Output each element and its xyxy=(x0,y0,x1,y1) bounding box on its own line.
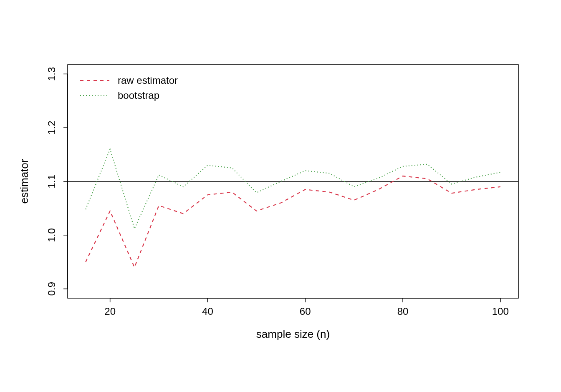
x-tick-label: 80 xyxy=(397,306,409,317)
series-raw-estimator xyxy=(86,176,500,267)
y-tick-label: 0.9 xyxy=(46,282,57,296)
chart-svg: 204060801000.91.01.11.21.3sample size (n… xyxy=(0,0,561,392)
y-tick-label: 1.3 xyxy=(46,67,57,81)
x-axis-title: sample size (n) xyxy=(256,328,330,340)
y-axis-title: estimator xyxy=(18,159,30,204)
legend-label-bootstrap: bootstrap xyxy=(118,90,159,101)
x-tick-label: 100 xyxy=(492,306,509,317)
x-tick-label: 60 xyxy=(300,306,311,317)
y-tick-label: 1.2 xyxy=(46,121,57,135)
legend-label-raw: raw estimator xyxy=(118,75,178,86)
x-tick-label: 40 xyxy=(202,306,213,317)
chart-container: 204060801000.91.01.11.21.3sample size (n… xyxy=(0,0,561,392)
y-tick-label: 1.1 xyxy=(46,174,57,188)
y-tick-label: 1.0 xyxy=(46,228,57,242)
series-bootstrap xyxy=(86,149,500,229)
x-tick-label: 20 xyxy=(104,306,116,317)
